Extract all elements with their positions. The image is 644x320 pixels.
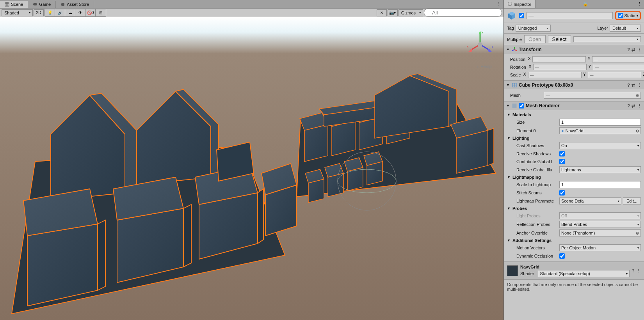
probes-header[interactable]: ▼Probes [507,205,641,212]
preset-icon[interactable]: ⇄ [632,103,635,108]
element0-object-field[interactable]: ●NavyGrid ⊙ [559,127,641,134]
svg-rect-5 [33,3,37,5]
shader-dropdown[interactable]: Standard (Specular setup) [538,270,629,277]
light-probes-label: Light Probes [507,213,558,218]
rotation-x-input[interactable] [533,64,587,70]
mesh-object-field[interactable]: — ⊙ [544,92,641,99]
cast-shadows-dropdown[interactable]: On [559,142,641,149]
help-icon[interactable]: ? [627,83,630,87]
tab-asset-label: Asset Store [67,2,89,7]
mesh-icon [512,82,517,88]
stitch-seams-checkbox[interactable] [559,190,565,196]
receive-gi-dropdown[interactable]: Lightmaps [559,166,641,173]
reflection-dropdown[interactable]: Blend Probes [559,221,641,228]
material-header[interactable]: NavyGrid Shader Standard (Specular setup… [504,262,644,279]
meshfilter-header[interactable]: ▼ Cube Prototype 08x08x0 ? ⇄⋮ [504,81,644,89]
materials-size-input[interactable] [559,119,641,126]
tab-inspector[interactable]: ⓘ Inspector [504,0,535,8]
tab-asset-store[interactable]: Asset Store [56,1,94,8]
scene-icon [5,2,9,7]
help-icon[interactable]: ? [632,268,634,273]
tools-icon[interactable]: ✕ [377,9,387,16]
audio-toggle-icon[interactable]: 🔊 [55,9,65,16]
position-label: Position [507,57,525,62]
additional-header[interactable]: ▼Additional Settings [507,237,641,244]
materials-header[interactable]: ▼Materials [507,112,641,118]
inspector-title: Inspector [514,2,531,7]
static-dropdown-icon[interactable]: ▾ [637,14,638,18]
svg-rect-0 [5,2,9,6]
anchor-object-field[interactable]: None (Transform) ⊙ [559,229,641,236]
scene-viewport[interactable]: x y z ◁ Persp [0,17,503,320]
gameobject-name-input[interactable] [527,12,613,19]
prefab-multi-row: Multiple Open Select [504,34,644,45]
context-menu-icon[interactable]: ⋮ [637,47,642,52]
lighting-header[interactable]: ▼Lighting [507,135,641,141]
static-checkbox[interactable] [618,13,623,18]
tab-game[interactable]: Game [28,1,56,8]
shading-dropdown[interactable]: Shaded [2,9,33,16]
context-menu-icon[interactable]: ⋮ [637,103,642,108]
renderer-icon [512,103,517,108]
tab-game-label: Game [39,2,51,7]
scale-x-input[interactable] [528,72,582,78]
svg-marker-42 [304,124,328,162]
contribute-gi-label: Contribute Global I [507,159,558,164]
hidden-toggle-icon[interactable]: 👁 [75,9,85,16]
receive-shadows-label: Receive Shadows [507,151,558,156]
transform-header[interactable]: ▼ Transform ? ⇄⋮ [504,45,644,54]
camera-icon[interactable]: 📷▾ [388,9,398,16]
preset-icon[interactable]: ⇄ [632,47,635,52]
material-preview-icon [507,265,518,276]
overrides-dropdown[interactable] [573,36,641,42]
context-menu-icon[interactable]: ⋮ [637,268,641,274]
meshrenderer-header[interactable]: ▼ Mesh Renderer ? ⇄⋮ [504,101,644,110]
preset-icon[interactable]: ⇄ [632,83,635,88]
inspector-lock-icon[interactable]: 🔒 [580,2,591,7]
help-icon[interactable]: ? [627,47,630,52]
grid-toggle-icon[interactable]: ⊞ [96,9,106,16]
object-picker-icon[interactable]: ⊙ [636,93,639,98]
layers-toggle-icon[interactable]: 🚫0 [85,9,96,16]
receive-shadows-checkbox[interactable] [559,151,565,156]
active-checkbox[interactable] [519,13,524,18]
gizmos-dropdown[interactable]: Gizmos [398,9,423,16]
inspector-icon: ⓘ [508,1,512,7]
svg-marker-30 [258,189,263,244]
edit-button[interactable]: Edit... [623,197,641,204]
lm-params-dropdown[interactable]: Scene Defa [559,197,621,204]
renderer-enabled-checkbox[interactable] [519,103,524,108]
tab-menu-icon[interactable]: ⋮ [493,2,503,7]
motion-dropdown[interactable]: Per Object Motion [559,244,641,251]
scene-search-input[interactable] [424,9,502,17]
meshrenderer-component: ▼ Mesh Renderer ? ⇄⋮ ▼Materials Size Ele… [504,101,644,262]
scale-y-input[interactable] [588,72,641,78]
svg-line-60 [514,50,517,51]
tag-dropdown[interactable]: Untagged [516,25,551,32]
inspector-menu-icon[interactable]: ⋮ [635,2,644,7]
fx-toggle-icon[interactable]: ☁ [65,9,75,16]
position-y-input[interactable] [592,56,644,62]
rotation-label: Rotation [507,65,526,69]
2d-toggle[interactable]: 2D [34,9,44,16]
position-x-input[interactable] [532,56,586,62]
dynamic-occ-checkbox[interactable] [559,253,565,259]
inspector-tab-bar: ⓘ Inspector 🔒 ⋮ [504,0,644,9]
contribute-gi-checkbox[interactable] [559,159,565,164]
transform-icon [512,47,517,52]
object-picker-icon[interactable]: ⊙ [636,231,639,235]
context-menu-icon[interactable]: ⋮ [637,83,642,88]
layer-dropdown[interactable]: Default [610,25,641,32]
lightmapping-header[interactable]: ▼Lightmapping [507,174,641,180]
scale-lightmap-input[interactable] [559,181,641,188]
scale-label: Scale [507,73,521,77]
lighting-toggle-icon[interactable]: 💡 [45,9,55,16]
rotation-y-input[interactable] [593,64,644,70]
help-icon[interactable]: ? [627,103,630,108]
open-button[interactable]: Open [524,35,546,43]
object-picker-icon[interactable]: ⊙ [636,129,639,133]
svg-line-61 [512,50,514,51]
tab-scene[interactable]: Scene [0,1,28,8]
select-button[interactable]: Select [548,35,571,43]
static-label: Static [624,13,635,18]
